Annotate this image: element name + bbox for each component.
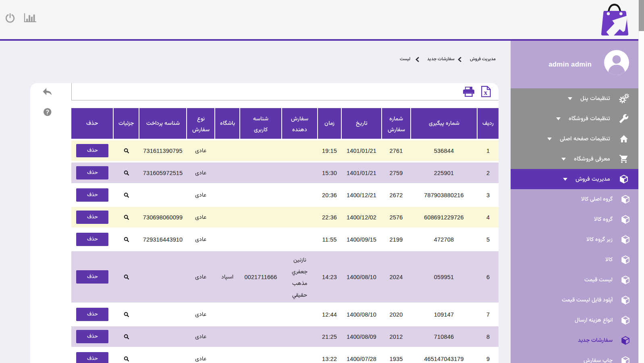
svg-text:x: x (484, 89, 488, 96)
